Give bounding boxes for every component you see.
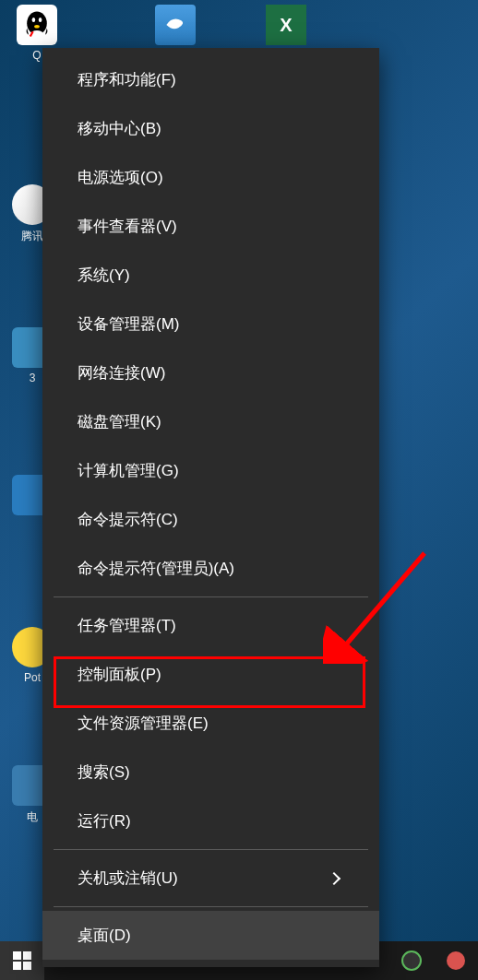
menu-item-task-manager[interactable]: 任务管理器(T) (42, 601, 379, 650)
start-button[interactable] (0, 941, 44, 980)
menu-item-run[interactable]: 运行(R) (42, 797, 379, 845)
taskbar-tray-item[interactable] (434, 941, 478, 980)
svg-point-2 (39, 18, 42, 22)
menu-item-command-prompt[interactable]: 命令提示符(C) (42, 495, 379, 544)
desktop-icon-excel[interactable]: X (254, 5, 318, 49)
menu-item-label: 命令提示符(管理员)(A) (78, 558, 234, 579)
menu-item-programs-features[interactable]: 程序和功能(F) (42, 55, 379, 104)
svg-point-3 (34, 25, 40, 29)
menu-item-mobility-center[interactable]: 移动中心(B) (42, 104, 379, 153)
menu-item-shutdown-signout[interactable]: 关机或注销(U) (42, 854, 379, 903)
menu-item-search[interactable]: 搜索(S) (42, 748, 379, 797)
menu-separator (54, 849, 368, 850)
desktop-icon-label: 电 (27, 810, 38, 823)
menu-item-label: 桌面(D) (78, 925, 131, 946)
svg-point-11 (402, 951, 421, 970)
desktop-icon-bird[interactable] (143, 5, 208, 49)
tray-icon (445, 950, 467, 972)
menu-item-file-explorer[interactable]: 文件资源管理器(E) (42, 699, 379, 748)
menu-item-label: 命令提示符(C) (78, 509, 178, 530)
svg-point-12 (447, 951, 465, 970)
menu-item-label: 电源选项(O) (78, 167, 163, 188)
winx-context-menu: 程序和功能(F) 移动中心(B) 电源选项(O) 事件查看器(V) 系统(Y) … (42, 48, 379, 967)
chevron-right-icon (328, 871, 341, 884)
excel-letter: X (280, 15, 292, 36)
svg-rect-9 (13, 962, 21, 970)
menu-item-label: 任务管理器(T) (78, 615, 176, 636)
menu-separator (54, 906, 368, 907)
excel-icon: X (266, 5, 306, 45)
menu-item-network-connections[interactable]: 网络连接(W) (42, 348, 379, 397)
desktop-icon-label: 腾讯 (21, 230, 43, 242)
menu-item-control-panel[interactable]: 控制面板(P) (42, 650, 379, 699)
desktop-icon-label: 3 (30, 372, 36, 384)
desktop-icon-label: Q (32, 49, 41, 62)
menu-item-desktop[interactable]: 桌面(D) (42, 911, 379, 960)
svg-rect-8 (23, 951, 31, 960)
menu-item-event-viewer[interactable]: 事件查看器(V) (42, 202, 379, 251)
menu-item-label: 计算机管理(G) (78, 460, 179, 481)
menu-item-label: 系统(Y) (78, 265, 130, 286)
menu-item-device-manager[interactable]: 设备管理器(M) (42, 300, 379, 348)
menu-item-label: 移动中心(B) (78, 118, 161, 139)
windows-logo-icon (13, 951, 31, 970)
qq-icon (17, 5, 57, 45)
menu-item-command-prompt-admin[interactable]: 命令提示符(管理员)(A) (42, 544, 379, 593)
menu-item-computer-management[interactable]: 计算机管理(G) (42, 446, 379, 495)
bird-icon (155, 5, 196, 45)
menu-item-label: 搜索(S) (78, 762, 130, 783)
menu-item-label: 文件资源管理器(E) (78, 713, 209, 734)
menu-item-label: 网络连接(W) (78, 362, 165, 384)
svg-rect-7 (13, 951, 21, 960)
menu-item-label: 控制面板(P) (78, 664, 161, 685)
svg-rect-10 (23, 962, 31, 970)
menu-separator (54, 596, 368, 597)
menu-item-label: 设备管理器(M) (78, 313, 179, 335)
menu-item-label: 磁盘管理(K) (78, 411, 161, 432)
menu-item-disk-management[interactable]: 磁盘管理(K) (42, 397, 379, 446)
desktop-icon-label: Pot (24, 671, 41, 684)
menu-item-label: 事件查看器(V) (78, 216, 177, 237)
menu-item-system[interactable]: 系统(Y) (42, 251, 379, 300)
taskbar-tray-item[interactable] (389, 941, 434, 980)
menu-item-label: 关机或注销(U) (78, 868, 178, 889)
menu-item-label: 程序和功能(F) (78, 69, 176, 90)
svg-point-1 (32, 18, 36, 22)
menu-item-label: 运行(R) (78, 810, 131, 832)
menu-item-power-options[interactable]: 电源选项(O) (42, 153, 379, 202)
tray-icon (400, 950, 423, 972)
